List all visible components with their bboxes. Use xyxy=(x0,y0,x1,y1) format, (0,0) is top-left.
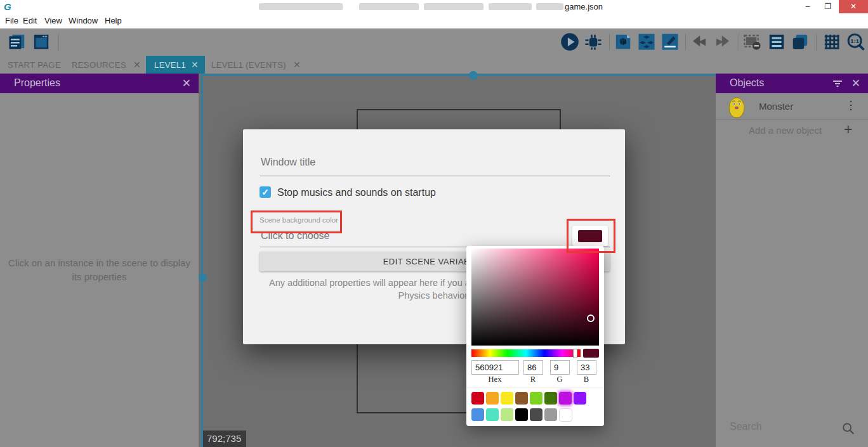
tab-start-page[interactable]: START PAGE xyxy=(8,60,61,70)
properties-panel-header: Properties ✕ xyxy=(0,74,199,93)
window-title-input[interactable] xyxy=(260,156,605,169)
tab-resources[interactable]: RESOURCES xyxy=(72,60,126,70)
layers-list-icon[interactable] xyxy=(767,32,786,51)
tab-level1[interactable]: LEVEL1 ✕ xyxy=(146,56,205,74)
g-label: G xyxy=(550,375,569,384)
zoom-1-1-icon[interactable]: 1:1 xyxy=(846,32,865,51)
annotation-box-scene-bg-label xyxy=(251,211,342,233)
menu-file[interactable]: File xyxy=(5,16,18,25)
minimize-button[interactable]: – xyxy=(798,0,817,13)
left-panel-resize-grip[interactable] xyxy=(198,273,207,282)
redo-icon[interactable] xyxy=(713,32,732,51)
tab-level1-close-icon[interactable]: ✕ xyxy=(191,60,199,70)
toolbar-separator xyxy=(739,34,739,50)
gdevelop-window: G game.json – ❐ ✕ File Edit View Window … xyxy=(0,0,868,447)
tab-resources-close-icon[interactable]: ✕ xyxy=(133,60,141,70)
preset-color-swatch[interactable] xyxy=(530,392,542,405)
preset-color-swatch[interactable] xyxy=(471,408,484,421)
redacted-text xyxy=(359,3,419,10)
object-more-menu-icon[interactable]: ⋮ xyxy=(845,98,857,112)
undo-icon[interactable] xyxy=(690,32,709,51)
objects-search-input[interactable] xyxy=(728,420,839,433)
properties-empty-message: Click on an instance in the scene to dis… xyxy=(0,256,199,284)
r-label: R xyxy=(523,375,542,384)
saturation-marker[interactable] xyxy=(587,314,595,322)
tab-bar: START PAGE RESOURCES ✕ LEVEL1 ✕ LEVEL1 (… xyxy=(0,56,868,74)
toolbar-separator xyxy=(609,34,610,50)
redacted-text xyxy=(489,3,532,10)
menu-help[interactable]: Help xyxy=(105,16,122,25)
preset-color-swatch[interactable] xyxy=(530,408,542,421)
preset-color-swatch[interactable] xyxy=(515,392,528,405)
add-object-plus-icon[interactable]: + xyxy=(844,121,852,138)
objects-panel-title: Objects xyxy=(730,77,764,89)
properties-panel-title: Properties xyxy=(14,77,60,89)
menu-edit[interactable]: Edit xyxy=(23,16,37,25)
preset-color-swatch[interactable] xyxy=(559,408,572,422)
menu-view[interactable]: View xyxy=(44,16,62,25)
window-title-filename: game.json xyxy=(565,2,603,11)
redacted-text xyxy=(536,3,563,10)
object-name-label: Monster xyxy=(759,101,793,112)
stop-music-checkbox[interactable]: ✓ xyxy=(260,186,271,198)
preset-color-swatch[interactable] xyxy=(501,408,513,421)
project-manager-icon[interactable] xyxy=(8,32,27,51)
b-input[interactable] xyxy=(577,360,596,375)
debug-icon[interactable] xyxy=(584,32,603,51)
hex-input[interactable] xyxy=(471,360,519,375)
color-preview-swatch xyxy=(583,349,599,358)
preset-color-swatch[interactable] xyxy=(544,408,557,421)
objects-panel-header: Objects ✕ xyxy=(716,74,868,93)
restore-button[interactable]: ❐ xyxy=(819,0,838,13)
gdevelop-logo-icon: G xyxy=(4,1,11,12)
menu-window[interactable]: Window xyxy=(69,16,98,25)
objects-editor-icon[interactable] xyxy=(614,32,633,51)
svg-text:1:1: 1:1 xyxy=(850,38,859,44)
left-panel-resize-handle[interactable] xyxy=(201,74,203,447)
preset-color-swatch[interactable] xyxy=(486,392,499,405)
toolbar-separator xyxy=(816,34,817,50)
object-row-monster[interactable]: Monster ⋮ xyxy=(716,93,868,120)
top-resize-handle[interactable] xyxy=(203,74,716,76)
properties-panel: Properties ✕ Click on an instance in the… xyxy=(0,74,199,447)
redacted-text xyxy=(259,3,343,10)
hue-slider-handle[interactable] xyxy=(573,349,577,358)
title-bar: G game.json – ❐ ✕ xyxy=(0,0,868,14)
objects-close-icon[interactable]: ✕ xyxy=(852,77,860,90)
preset-color-swatch[interactable] xyxy=(471,392,484,405)
preset-color-swatch[interactable] xyxy=(515,408,528,421)
preset-color-swatch[interactable] xyxy=(486,408,499,421)
g-input[interactable] xyxy=(550,360,570,375)
hue-slider[interactable] xyxy=(471,349,581,357)
toolbar-separator xyxy=(58,34,59,50)
preset-color-swatch[interactable] xyxy=(544,392,557,405)
start-page-icon[interactable] xyxy=(32,32,51,51)
hex-label: Hex xyxy=(471,375,518,384)
search-icon xyxy=(841,422,855,436)
close-window-button[interactable]: ✕ xyxy=(839,0,868,13)
preset-color-swatch-selected[interactable] xyxy=(559,392,572,405)
saturation-area[interactable] xyxy=(471,249,599,346)
preview-play-icon[interactable] xyxy=(560,32,579,51)
add-object-row[interactable]: Add a new object + xyxy=(716,120,868,141)
tab-level1-events[interactable]: LEVEL1 (EVENTS) xyxy=(211,60,286,70)
color-picker-popup: Hex R G B xyxy=(466,246,604,426)
edit-scene-properties-icon[interactable] xyxy=(661,32,680,51)
grid-icon[interactable] xyxy=(822,32,841,51)
toolbar-separator xyxy=(685,34,686,50)
preset-color-swatch[interactable] xyxy=(501,392,513,405)
r-input[interactable] xyxy=(523,360,543,375)
b-label: B xyxy=(577,375,596,384)
delete-instances-icon[interactable] xyxy=(743,32,762,51)
annotation-box-color-swatch xyxy=(567,219,615,253)
properties-close-icon[interactable]: ✕ xyxy=(182,77,191,90)
layers-icon[interactable] xyxy=(791,32,810,51)
filter-icon[interactable] xyxy=(832,79,843,89)
instances-list-icon[interactable] xyxy=(637,32,656,51)
preset-color-swatch[interactable] xyxy=(574,392,586,405)
picker-divider xyxy=(466,387,604,387)
top-resize-grip[interactable] xyxy=(469,71,478,80)
tab-level1-events-close-icon[interactable]: ✕ xyxy=(293,60,301,70)
add-object-label: Add a new object xyxy=(749,125,822,136)
tab-level1-label: LEVEL1 xyxy=(154,60,186,70)
